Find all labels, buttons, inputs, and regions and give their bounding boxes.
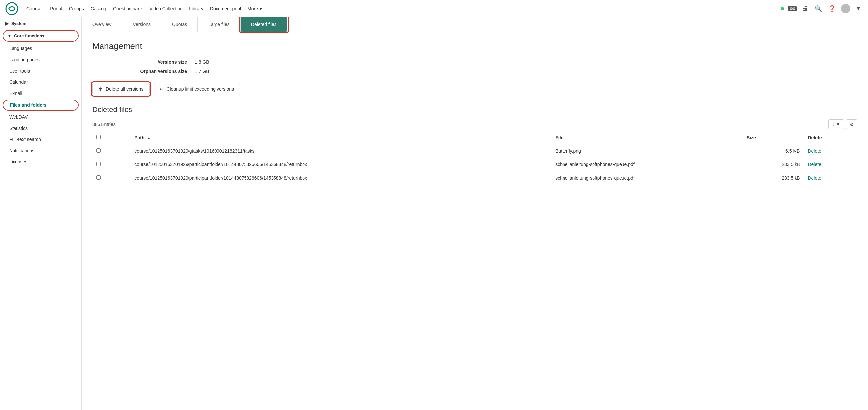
row-checkbox (92, 144, 130, 158)
sidebar-item-email[interactable]: E-mail (0, 88, 82, 99)
row-delete: Delete (804, 144, 858, 158)
orphan-versions-value: 1.7 GB (195, 68, 257, 74)
nav-groups[interactable]: Groups (69, 6, 84, 11)
sidebar-item-statistics[interactable]: Statistics (0, 123, 82, 134)
table-header-row: Path ▲ File Size Delete (92, 132, 858, 144)
sidebar-item-languages[interactable]: Languages (0, 43, 82, 54)
table-row: course/101250163701929/participantfolder… (92, 171, 858, 185)
delete-row-link[interactable]: Delete (808, 148, 821, 154)
row-path: course/101250163701929/gtasks/1016090121… (130, 144, 551, 158)
sidebar-item-fulltext-search[interactable]: Full-text search (0, 134, 82, 145)
nav-catalog[interactable]: Catalog (91, 6, 106, 11)
row-size: 233.5 kB (743, 171, 804, 185)
sort-asc-icon: ▲ (147, 136, 151, 140)
delete-row-link[interactable]: Delete (808, 162, 821, 167)
delete-all-versions-button[interactable]: 🗑 Delete all versions (92, 83, 150, 95)
toolbar-buttons: ↕ ▼ ⚙ (829, 119, 858, 129)
topnav-right: 0/0 🖨 🔍 ❓ ▼ (781, 4, 863, 13)
row-delete: Delete (804, 158, 858, 171)
main-content: Overview Versions Quotas Large files Del… (82, 17, 868, 410)
topnav-links: Courses Portal Groups Catalog Question b… (26, 6, 773, 11)
row-checkbox (92, 158, 130, 171)
select-all-checkbox[interactable] (96, 135, 100, 139)
row-select-checkbox[interactable] (96, 162, 100, 166)
action-buttons: 🗑 Delete all versions ↩ Cleanup limit ex… (92, 83, 858, 95)
avatar[interactable] (841, 4, 850, 13)
content-area: Management Versions size 1.8 GB Orphan v… (82, 32, 868, 194)
table-row: course/101250163701929/gtasks/1016090121… (92, 144, 858, 158)
nav-document-pool[interactable]: Document pool (210, 6, 241, 11)
nav-courses[interactable]: Courses (26, 6, 43, 11)
user-dropdown-arrow[interactable]: ▼ (854, 4, 863, 13)
print-button[interactable]: 🖨 (801, 4, 809, 13)
sidebar-system-header[interactable]: ▶ System (0, 17, 82, 29)
settings-button[interactable]: ⚙ (846, 119, 858, 129)
sidebar-item-webdav[interactable]: WebDAV (0, 112, 82, 123)
sidebar-item-user-tools[interactable]: User tools (0, 65, 82, 76)
versions-size-value: 1.8 GB (195, 59, 257, 65)
header-path[interactable]: Path ▲ (130, 132, 551, 144)
sidebar-core-label: Core functions (14, 33, 44, 38)
row-select-checkbox[interactable] (96, 148, 100, 153)
row-select-checkbox[interactable] (96, 175, 100, 180)
deleted-files-title: Deleted files (92, 105, 858, 114)
deleted-files-table: Path ▲ File Size Delete course/101250163… (92, 132, 858, 185)
search-button[interactable]: 🔍 (813, 4, 823, 13)
management-stats: Versions size 1.8 GB Orphan versions siz… (92, 59, 257, 74)
row-file: schnellanleitung-softphones-queue.pdf (551, 158, 743, 171)
entries-count: 386 Entries (92, 122, 116, 127)
sidebar-item-licenses[interactable]: Licenses (0, 156, 82, 167)
sidebar-core-functions-header[interactable]: ▼ Core functions (3, 30, 79, 41)
header-checkbox-col (92, 132, 130, 144)
trash-icon: 🗑 (98, 86, 103, 92)
nav-more[interactable]: More▼ (247, 6, 262, 11)
page-title: Management (92, 41, 858, 52)
svg-point-0 (6, 3, 18, 14)
table-toolbar: 386 Entries ↕ ▼ ⚙ (92, 119, 858, 129)
row-size: 6.5 MB (743, 144, 804, 158)
core-chevron-icon: ▼ (7, 33, 11, 38)
tab-quotas[interactable]: Quotas (161, 17, 198, 32)
row-checkbox (92, 171, 130, 185)
nav-question-bank[interactable]: Question bank (113, 6, 143, 11)
system-chevron-icon: ▶ (5, 21, 8, 26)
row-path: course/101250163701929/participantfolder… (130, 171, 551, 185)
sidebar: ▶ System ▼ Core functions Languages Land… (0, 17, 82, 410)
sidebar-item-notifications[interactable]: Notifications (0, 145, 82, 156)
tab-large-files[interactable]: Large files (198, 17, 241, 32)
row-delete: Delete (804, 171, 858, 185)
version-badge: 0/0 (788, 6, 797, 11)
header-file: File (551, 132, 743, 144)
nav-video-collection[interactable]: Video Collection (149, 6, 183, 11)
row-file: schnellanleitung-softphones-queue.pdf (551, 171, 743, 185)
sort-button[interactable]: ↕ ▼ (829, 119, 844, 129)
tab-overview[interactable]: Overview (82, 17, 122, 32)
cleanup-versions-button[interactable]: ↩ Cleanup limit exceeding versions (154, 83, 240, 95)
nav-library[interactable]: Library (189, 6, 203, 11)
refresh-icon: ↩ (160, 86, 164, 92)
table-row: course/101250163701929/participantfolder… (92, 158, 858, 171)
layout: ▶ System ▼ Core functions Languages Land… (0, 17, 868, 410)
sidebar-system-label: System (11, 21, 26, 26)
tab-deleted-files[interactable]: Deleted files (241, 17, 287, 32)
sidebar-item-files-and-folders[interactable]: Files and folders (3, 99, 79, 111)
versions-size-label: Versions size (92, 59, 187, 65)
sidebar-item-landing-pages[interactable]: Landing pages (0, 54, 82, 65)
row-file: Butterfly.png (551, 144, 743, 158)
tab-versions[interactable]: Versions (122, 17, 161, 32)
logo[interactable] (5, 2, 19, 15)
help-button[interactable]: ❓ (827, 4, 837, 13)
delete-row-link[interactable]: Delete (808, 175, 821, 181)
nav-portal[interactable]: Portal (50, 6, 62, 11)
row-size: 233.5 kB (743, 158, 804, 171)
status-indicator (781, 7, 784, 10)
tabs-bar: Overview Versions Quotas Large files Del… (82, 17, 868, 32)
row-path: course/101250163701929/participantfolder… (130, 158, 551, 171)
topnav: Courses Portal Groups Catalog Question b… (0, 0, 868, 17)
header-delete: Delete (804, 132, 858, 144)
more-dropdown-arrow: ▼ (259, 7, 262, 11)
header-size: Size (743, 132, 804, 144)
orphan-versions-label: Orphan versions size (92, 68, 187, 74)
sidebar-item-calendar[interactable]: Calendar (0, 76, 82, 88)
